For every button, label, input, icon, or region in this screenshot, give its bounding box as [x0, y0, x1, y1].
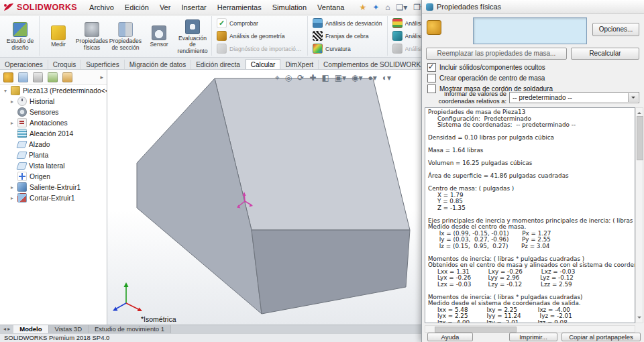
expand-icon[interactable] — [9, 99, 15, 105]
copy-to-clipboard-button[interactable]: Copiar al portapapeles — [561, 333, 641, 341]
mass-properties-results[interactable]: Propiedades de masa de Pieza13 Configura… — [425, 107, 635, 323]
tab-operaciones[interactable]: Operaciones — [0, 60, 48, 69]
pan-icon[interactable]: ✚ — [309, 72, 316, 83]
tab-edicion-directa[interactable]: Edición directa — [191, 60, 246, 69]
sensor-icon — [152, 25, 166, 40]
checkbox-create-com-feature[interactable]: Crear operación de centro de masa — [427, 74, 545, 82]
print-button[interactable]: Imprimir... — [509, 333, 557, 341]
scroll-up-icon[interactable] — [637, 110, 641, 114]
tab-calcular[interactable]: Calcular — [246, 59, 281, 69]
curvature-icon — [313, 44, 323, 54]
section-properties-button[interactable]: Propiedades de sección — [109, 20, 142, 51]
tree-item-material[interactable]: Aleación 2014 — [0, 128, 107, 139]
measure-button[interactable]: Medir — [42, 23, 75, 48]
override-mass-properties-button[interactable]: Reemplazar las propiedades de masa... — [426, 48, 567, 60]
sensors-icon — [17, 107, 27, 117]
pin-icon[interactable]: ✦ — [370, 1, 382, 14]
menu-edicion[interactable]: Edición — [119, 0, 154, 15]
menu-simulation[interactable]: Simulation — [267, 0, 312, 15]
history-icon — [17, 97, 27, 106]
scrollbar-thumb[interactable] — [637, 116, 643, 160]
panel-title-icon — [426, 3, 433, 11]
expand-icon[interactable] — [9, 120, 15, 126]
display-manager-tab-icon[interactable] — [62, 72, 72, 82]
edit-appearance-icon[interactable]: ●▾ — [368, 72, 377, 83]
property-manager-tab-icon[interactable] — [3, 72, 13, 82]
options-button[interactable]: Opciones... — [592, 23, 639, 36]
view-orientation-icon[interactable]: ▣▾ — [335, 72, 346, 83]
feature-manager-tabs: ▸ — [0, 70, 107, 85]
design-study-button[interactable]: Estudio de diseño — [3, 20, 37, 51]
section-view-icon[interactable]: ◧ — [321, 72, 329, 83]
checkbox-icon[interactable] — [427, 74, 436, 82]
zoom-area-icon[interactable]: ◎ — [285, 72, 292, 83]
tree-item-planta[interactable]: Planta — [0, 150, 107, 160]
results-horizontal-scrollbar[interactable] — [425, 325, 635, 333]
tab-migracion-de-datos[interactable]: Migración de datos — [125, 60, 192, 69]
scrollbar-thumb[interactable] — [435, 327, 517, 333]
star-icon[interactable]: ★ — [356, 1, 369, 14]
graphics-viewport[interactable]: ⌖ ◎ ⟳ ✚ ◧ ▣▾ ◉▾ ●▾ ◐▾ *Isométrica — [107, 70, 421, 325]
recalculate-button[interactable]: Recalcular — [571, 48, 639, 60]
tab-complementos[interactable]: Complementos de SOLIDWORKS — [319, 60, 421, 69]
tab-superficies[interactable]: Superficies — [81, 60, 124, 69]
checkbox-icon[interactable] — [427, 63, 436, 72]
tree-item-saliente-extruir1[interactable]: Saliente-Extruir1 — [0, 182, 107, 192]
tree-item-historial[interactable]: Historial — [0, 96, 107, 107]
selection-listbox[interactable] — [473, 17, 587, 44]
configuration-manager-tab-icon[interactable] — [33, 72, 43, 82]
dimxpert-manager-tab-icon[interactable] — [48, 72, 58, 82]
collapse-icon[interactable] — [3, 88, 8, 94]
help-button[interactable]: Ayuda — [427, 333, 473, 341]
mass-properties-button[interactable]: Propiedades físicas — [75, 20, 109, 51]
tree-item-origen[interactable]: Origen — [0, 171, 107, 182]
check-button[interactable]: Comprobar — [217, 18, 303, 28]
tree-item-vista-lateral[interactable]: Vista lateral — [0, 160, 107, 171]
panel-titlebar[interactable]: Propiedades físicas — [422, 0, 644, 14]
feature-tree-tab-icon[interactable] — [18, 72, 28, 82]
geometry-analysis-button[interactable]: Análisis de geometría — [217, 31, 303, 41]
curvature-button[interactable]: Curvatura — [313, 44, 382, 54]
zebra-stripes-button[interactable]: Franjas de cebra — [313, 31, 382, 41]
tree-item-anotaciones[interactable]: Anotaciones — [0, 117, 107, 128]
tab-croquis[interactable]: Croquis — [48, 60, 81, 69]
display-style-icon[interactable]: ◉▾ — [352, 72, 363, 83]
tree-root-part[interactable]: Pieza13 (Predeterminado<<Predeterm — [0, 85, 107, 96]
tree-item-sensores[interactable]: Sensores — [0, 107, 107, 117]
home-icon[interactable]: ⌂ — [382, 1, 392, 14]
zoom-fit-icon[interactable]: ⌖ — [275, 72, 280, 83]
menu-insertar[interactable]: Insertar — [176, 0, 211, 15]
tab-dimxpert[interactable]: DimXpert — [280, 60, 319, 69]
performance-evaluation-button[interactable]: Evaluación de rendimiento — [176, 17, 209, 55]
menu-archivo[interactable]: Archivo — [84, 0, 119, 15]
scroll-down-icon[interactable] — [637, 317, 641, 321]
part-3d-model[interactable] — [107, 70, 421, 325]
tree-item-alzado[interactable]: Alzado — [0, 139, 107, 150]
import-diagnostics-button: Diagnóstico de importación... — [217, 44, 303, 54]
tree-item-cortar-extruir1[interactable]: Cortar-Extruir1 — [0, 192, 107, 203]
results-vertical-scrollbar[interactable] — [635, 107, 643, 323]
chevron-down-icon[interactable] — [628, 93, 638, 102]
draft-analysis-button[interactable]: Análisis de ángulo de salida — [392, 18, 421, 28]
tab-estudio-movimiento[interactable]: Estudio de movimiento 1 — [89, 325, 171, 333]
rotate-view-icon[interactable]: ⟳ — [297, 72, 304, 83]
sensor-button[interactable]: Sensor — [142, 23, 176, 48]
expand-icon[interactable] — [9, 184, 15, 190]
new-document-icon[interactable]: ❏▾ — [394, 1, 411, 14]
scene-icon[interactable]: ◐▾ — [382, 72, 391, 83]
tab-scroll-arrows-icon[interactable]: ◂ ▸ — [0, 325, 13, 333]
coordinate-system-dropdown[interactable]: -- predeterminado -- — [509, 92, 639, 103]
menu-herramientas[interactable]: Herramientas — [212, 0, 267, 15]
tab-vistas-3d[interactable]: Vistas 3D — [49, 325, 89, 333]
document-tabs: ◂ ▸ Modelo Vistas 3D Estudio de movimien… — [0, 325, 421, 333]
menu-ver[interactable]: Ver — [154, 0, 176, 15]
menu-ventana[interactable]: Ventana — [312, 0, 350, 15]
undercut-analysis-button[interactable]: Análisis de cortes sesgados — [392, 31, 421, 41]
tree-flyout-chevron-icon[interactable]: ▸ — [100, 74, 103, 80]
deviation-analysis-button[interactable]: Análisis de desviación — [313, 18, 382, 28]
panel-title: Propiedades físicas — [437, 3, 501, 11]
tab-modelo[interactable]: Modelo — [13, 325, 48, 333]
expand-icon[interactable] — [9, 195, 15, 201]
brand-text: SOLIDWORKS — [17, 3, 77, 12]
checkbox-include-hidden[interactable]: Incluir sólidos/componentes ocultos — [427, 63, 545, 72]
